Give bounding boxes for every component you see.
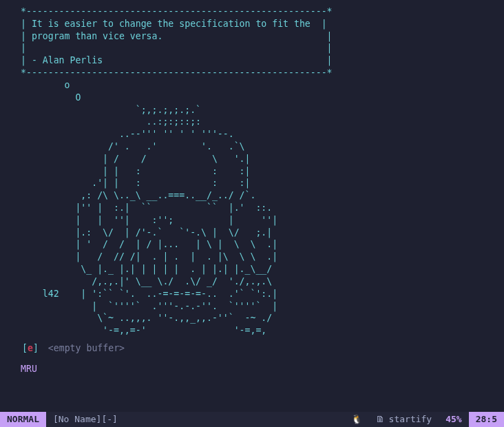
position-segment: 28:5	[469, 412, 504, 427]
startify-entry[interactable]: [e] <empty buffer>	[0, 342, 504, 355]
terminal-screen: *---------------------------------------…	[0, 0, 504, 427]
filetype-segment: 🗎 startify	[369, 412, 439, 427]
fortune-blank: | |	[21, 43, 333, 53]
linux-icon: 🐧	[351, 413, 362, 426]
fortune-border-top: *---------------------------------------…	[21, 6, 333, 17]
file-segment: [No Name][-]	[46, 412, 125, 427]
bracket-close: ]	[33, 343, 39, 353]
fortune-line-1: | It is easier to change the specificati…	[21, 19, 327, 29]
mode-indicator: NORMAL	[0, 412, 46, 427]
bracket-open: [	[22, 343, 28, 353]
fortune-box: *---------------------------------------…	[0, 6, 504, 79]
entry-key: e	[28, 343, 33, 353]
fortune-line-2: | program than vice versa. |	[21, 31, 333, 41]
percent-segment: 45%	[439, 412, 468, 427]
statusline-spacer	[125, 412, 344, 427]
entry-label: <empty buffer>	[48, 342, 125, 355]
os-icon-segment: 🐧	[344, 412, 369, 427]
section-header-mru: MRU	[0, 363, 504, 375]
ascii-art: o O `;,;.;,;.;.` ..:;:;::;: ..--''' '' '…	[0, 79, 504, 337]
statusline: NORMAL [No Name][-] 🐧 🗎 startify 45% 28:…	[0, 412, 504, 427]
fortune-attribution: | - Alan Perlis |	[21, 55, 333, 65]
fortune-border-bottom: *---------------------------------------…	[21, 67, 333, 78]
document-icon: 🗎	[376, 413, 385, 426]
filetype-label: startify	[389, 413, 432, 426]
entry-key-bracket: [e]	[22, 342, 39, 355]
